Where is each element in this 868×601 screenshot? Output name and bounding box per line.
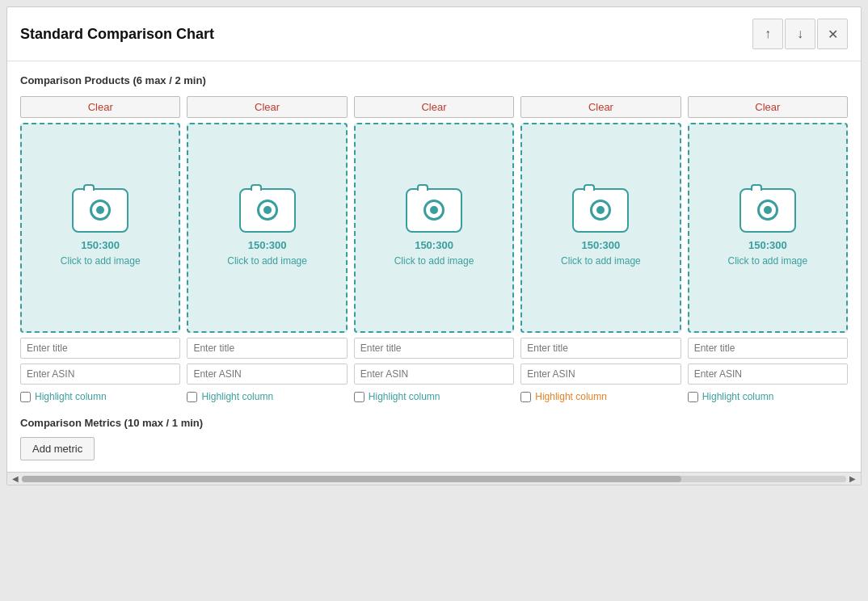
clear-button-2[interactable]: Clear (187, 96, 347, 118)
column-3: Clear 150:300 Click to add image (354, 96, 514, 406)
scrollbar-track[interactable] (22, 476, 846, 482)
card-body: Comparison Products (6 max / 2 min) Clea… (7, 61, 861, 406)
click-to-add-label-4: Click to add image (561, 254, 641, 268)
click-to-add-label-5: Click to add image (727, 254, 807, 268)
add-metric-button[interactable]: Add metric (20, 437, 95, 460)
camera-icon-box-4 (572, 188, 629, 233)
down-arrow-icon: ↓ (797, 27, 803, 41)
highlight-checkbox-4[interactable] (520, 392, 531, 402)
highlight-row-3: Highlight column (354, 391, 514, 402)
title-input-4[interactable] (520, 338, 680, 359)
scrollbar-thumb (22, 476, 681, 482)
image-size-label-2: 150:300 (248, 239, 287, 251)
asin-input-2[interactable] (187, 364, 347, 385)
image-size-label-4: 150:300 (582, 239, 621, 251)
comparison-chart-card: Standard Comparison Chart ↑ ↓ ✕ Comparis… (6, 6, 862, 485)
camera-bump-1 (83, 184, 95, 191)
camera-lens-3 (423, 200, 445, 221)
click-to-add-label-1: Click to add image (61, 254, 141, 268)
image-size-label-3: 150:300 (415, 239, 453, 251)
click-to-add-label-3: Click to add image (394, 254, 474, 268)
highlight-row-5: Highlight column (688, 391, 848, 402)
title-input-3[interactable] (354, 338, 514, 359)
camera-bump-2 (251, 184, 262, 191)
column-5: Clear 150:300 Click to add image (688, 96, 848, 406)
asin-input-5[interactable] (688, 364, 848, 385)
asin-input-1[interactable] (20, 364, 180, 385)
highlight-row-4: Highlight column (520, 391, 680, 402)
asin-input-3[interactable] (354, 364, 514, 385)
image-size-label-5: 150:300 (748, 239, 787, 251)
highlight-checkbox-1[interactable] (20, 392, 31, 402)
card-title: Standard Comparison Chart (20, 26, 214, 43)
clear-button-4[interactable]: Clear (520, 96, 680, 118)
asin-input-4[interactable] (520, 364, 680, 385)
column-2: Clear 150:300 Click to add image (187, 96, 347, 406)
move-up-button[interactable]: ↑ (752, 19, 783, 49)
column-4: Clear 150:300 Click to add image (520, 96, 680, 406)
highlight-checkbox-2[interactable] (187, 392, 197, 402)
close-icon: ✕ (828, 27, 838, 42)
camera-lens-4 (590, 200, 611, 221)
title-input-2[interactable] (187, 338, 347, 359)
image-drop-zone-4[interactable]: 150:300 Click to add image (520, 123, 680, 333)
camera-lens-5 (757, 200, 778, 221)
header-actions: ↑ ↓ ✕ (752, 19, 848, 49)
comparison-products-label: Comparison Products (6 max / 2 min) (20, 74, 848, 86)
image-drop-zone-3[interactable]: 150:300 Click to add image (354, 123, 514, 333)
camera-icon-box-1 (72, 188, 129, 233)
camera-lens-1 (90, 200, 111, 221)
image-drop-zone-5[interactable]: 150:300 Click to add image (688, 123, 848, 333)
clear-button-3[interactable]: Clear (354, 96, 514, 118)
highlight-label-1: Highlight column (35, 391, 107, 402)
camera-bump-3 (417, 184, 428, 191)
camera-icon-box-3 (406, 188, 462, 233)
camera-lens-inner-3 (430, 206, 438, 214)
highlight-label-4: Highlight column (535, 391, 607, 402)
image-drop-zone-2[interactable]: 150:300 Click to add image (187, 123, 347, 333)
scroll-right-arrow[interactable]: ▶ (846, 473, 859, 485)
scroll-left-arrow[interactable]: ◀ (9, 473, 22, 485)
highlight-checkbox-3[interactable] (354, 392, 364, 402)
image-size-label-1: 150:300 (81, 239, 120, 251)
camera-lens-inner-1 (96, 206, 104, 214)
close-button[interactable]: ✕ (817, 19, 848, 49)
clear-button-1[interactable]: Clear (20, 96, 180, 118)
comparison-metrics-label: Comparison Metrics (10 max / 1 min) (20, 417, 848, 429)
highlight-label-3: Highlight column (369, 391, 440, 402)
camera-lens-inner-5 (764, 206, 772, 214)
camera-lens-2 (257, 200, 278, 221)
clear-button-5[interactable]: Clear (688, 96, 848, 118)
highlight-label-2: Highlight column (201, 391, 273, 402)
page-wrapper: Standard Comparison Chart ↑ ↓ ✕ Comparis… (0, 0, 868, 492)
move-down-button[interactable]: ↓ (785, 19, 815, 49)
card-header: Standard Comparison Chart ↑ ↓ ✕ (7, 7, 861, 61)
highlight-row-1: Highlight column (20, 391, 180, 402)
metrics-section: Comparison Metrics (10 max / 1 min) Add … (7, 406, 861, 469)
camera-lens-inner-2 (263, 206, 272, 214)
camera-icon-box-5 (739, 188, 796, 233)
highlight-checkbox-5[interactable] (688, 392, 698, 402)
column-1: Clear 150:300 Click to add image (20, 96, 180, 406)
image-drop-zone-1[interactable]: 150:300 Click to add image (20, 123, 180, 333)
camera-lens-inner-4 (596, 206, 605, 214)
click-to-add-label-2: Click to add image (227, 254, 307, 268)
camera-bump-4 (584, 184, 595, 191)
up-arrow-icon: ↑ (765, 27, 771, 41)
highlight-row-2: Highlight column (187, 391, 347, 402)
camera-bump-5 (751, 184, 762, 191)
highlight-label-5: Highlight column (702, 391, 774, 402)
columns-area: Clear 150:300 Click to add image (20, 96, 848, 406)
scrollbar-row: ◀ ▶ (7, 472, 861, 485)
title-input-5[interactable] (688, 338, 848, 359)
title-input-1[interactable] (20, 338, 180, 359)
camera-icon-box-2 (239, 188, 296, 233)
